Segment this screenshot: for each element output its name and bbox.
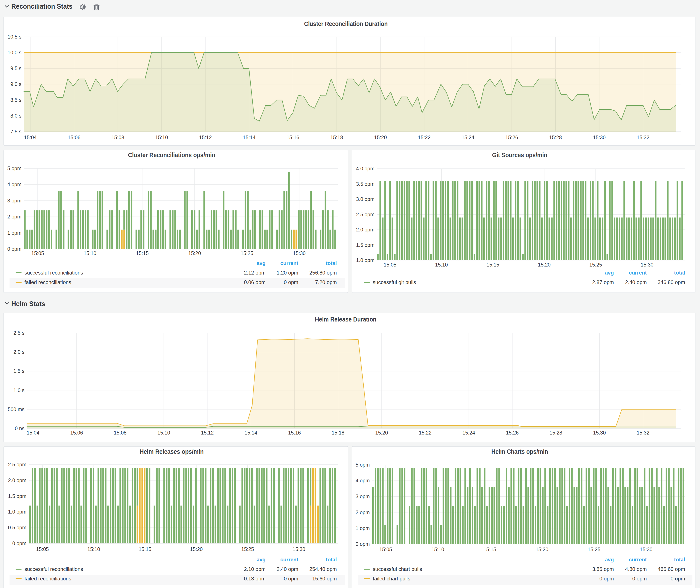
svg-text:15:05: 15:05 bbox=[379, 547, 392, 552]
svg-text:500 ms: 500 ms bbox=[8, 407, 24, 412]
svg-text:1.20 opm: 1.20 opm bbox=[277, 270, 298, 276]
svg-text:2.87 opm: 2.87 opm bbox=[592, 279, 614, 285]
svg-text:15:04: 15:04 bbox=[24, 135, 37, 140]
svg-text:1.0 opm: 1.0 opm bbox=[8, 509, 26, 515]
svg-text:15:20: 15:20 bbox=[190, 546, 203, 552]
svg-text:15:18: 15:18 bbox=[330, 135, 343, 140]
svg-text:1.0 opm: 1.0 opm bbox=[356, 257, 374, 263]
svg-text:2 opm: 2 opm bbox=[7, 214, 21, 220]
svg-text:4.80 opm: 4.80 opm bbox=[625, 566, 647, 572]
svg-text:Cluster Reconciliations ops/mi: Cluster Reconciliations ops/min bbox=[128, 151, 215, 158]
svg-text:4 opm: 4 opm bbox=[356, 478, 370, 483]
svg-text:total: total bbox=[674, 270, 685, 276]
svg-text:15:16: 15:16 bbox=[288, 430, 301, 436]
svg-text:2.5 opm: 2.5 opm bbox=[8, 462, 26, 467]
svg-text:7.5 s: 7.5 s bbox=[10, 129, 21, 134]
svg-text:avg: avg bbox=[605, 270, 614, 276]
svg-text:failed chart pulls: failed chart pulls bbox=[373, 576, 410, 582]
svg-text:2.5 s: 2.5 s bbox=[13, 330, 24, 336]
svg-text:15:15: 15:15 bbox=[136, 250, 149, 256]
svg-text:2.40 opm: 2.40 opm bbox=[625, 279, 647, 285]
svg-text:15:08: 15:08 bbox=[114, 430, 127, 436]
svg-text:15:22: 15:22 bbox=[419, 430, 432, 436]
svg-text:8.0 s: 8.0 s bbox=[10, 113, 21, 119]
svg-text:0 opm: 0 opm bbox=[7, 246, 21, 252]
svg-text:8.5 s: 8.5 s bbox=[10, 97, 21, 103]
svg-text:5 opm: 5 opm bbox=[356, 462, 370, 468]
svg-text:15:20: 15:20 bbox=[375, 430, 388, 436]
svg-text:failed reconciliations: failed reconciliations bbox=[24, 576, 71, 582]
svg-text:15:06: 15:06 bbox=[70, 430, 83, 436]
svg-text:15:05: 15:05 bbox=[31, 250, 44, 256]
svg-text:Helm Stats: Helm Stats bbox=[11, 300, 45, 308]
svg-text:2.10 opm: 2.10 opm bbox=[244, 566, 266, 572]
svg-text:0 ns: 0 ns bbox=[15, 426, 24, 431]
svg-text:current: current bbox=[629, 557, 647, 562]
svg-text:15.60 opm: 15.60 opm bbox=[312, 576, 337, 582]
svg-text:10.0 s: 10.0 s bbox=[8, 50, 21, 55]
svg-text:0.13 opm: 0.13 opm bbox=[244, 576, 266, 582]
svg-text:1 opm: 1 opm bbox=[356, 525, 370, 531]
svg-text:10.5 s: 10.5 s bbox=[8, 34, 21, 40]
svg-text:2.0 opm: 2.0 opm bbox=[356, 227, 374, 233]
svg-text:1.5 s: 1.5 s bbox=[13, 368, 24, 374]
svg-text:0.06 opm: 0.06 opm bbox=[244, 279, 266, 285]
svg-text:3 opm: 3 opm bbox=[7, 198, 21, 204]
svg-text:15:15: 15:15 bbox=[487, 262, 499, 268]
svg-text:15:04: 15:04 bbox=[27, 430, 39, 436]
svg-text:15:20: 15:20 bbox=[535, 547, 548, 552]
svg-text:Git Sources ops/min: Git Sources ops/min bbox=[492, 151, 547, 158]
svg-text:avg: avg bbox=[257, 557, 266, 562]
svg-text:1 opm: 1 opm bbox=[7, 230, 21, 236]
svg-text:5 opm: 5 opm bbox=[7, 166, 21, 171]
svg-text:15:05: 15:05 bbox=[36, 546, 49, 552]
svg-text:successful reconciliations: successful reconciliations bbox=[24, 270, 83, 276]
svg-text:15:28: 15:28 bbox=[550, 430, 562, 436]
svg-text:failed reconciliations: failed reconciliations bbox=[24, 279, 71, 285]
svg-text:15:18: 15:18 bbox=[332, 430, 344, 436]
svg-text:current: current bbox=[280, 260, 298, 266]
svg-text:2.12 opm: 2.12 opm bbox=[244, 270, 266, 276]
svg-text:1.5 opm: 1.5 opm bbox=[356, 242, 374, 248]
svg-text:15:30: 15:30 bbox=[640, 547, 653, 552]
svg-text:15:25: 15:25 bbox=[240, 250, 253, 256]
svg-text:2.40 opm: 2.40 opm bbox=[277, 566, 298, 572]
svg-text:total: total bbox=[326, 557, 337, 562]
svg-text:15:25: 15:25 bbox=[589, 262, 602, 268]
svg-text:0 opm: 0 opm bbox=[284, 279, 298, 285]
svg-text:15:25: 15:25 bbox=[588, 547, 600, 552]
svg-text:15:30: 15:30 bbox=[293, 546, 305, 552]
svg-text:15:10: 15:10 bbox=[87, 546, 100, 552]
svg-text:current: current bbox=[280, 557, 298, 562]
svg-text:avg: avg bbox=[257, 260, 266, 266]
svg-text:2.0 s: 2.0 s bbox=[13, 349, 24, 355]
svg-text:15:20: 15:20 bbox=[538, 262, 551, 268]
svg-text:15:10: 15:10 bbox=[84, 250, 96, 256]
svg-text:15:30: 15:30 bbox=[593, 135, 606, 140]
svg-text:Helm Release Duration: Helm Release Duration bbox=[315, 316, 376, 323]
svg-text:successful git pulls: successful git pulls bbox=[373, 279, 416, 285]
svg-text:346.80 opm: 346.80 opm bbox=[658, 279, 685, 285]
svg-text:0 opm: 0 opm bbox=[599, 576, 614, 582]
svg-text:15:30: 15:30 bbox=[593, 430, 606, 436]
svg-text:9.5 s: 9.5 s bbox=[10, 66, 21, 71]
svg-text:avg: avg bbox=[605, 557, 614, 562]
svg-text:465.60 opm: 465.60 opm bbox=[658, 566, 685, 572]
svg-text:1.0 s: 1.0 s bbox=[13, 388, 24, 393]
svg-text:15:12: 15:12 bbox=[201, 430, 214, 436]
svg-text:15:10: 15:10 bbox=[435, 262, 448, 268]
svg-text:9.0 s: 9.0 s bbox=[10, 81, 21, 87]
svg-text:0 opm: 0 opm bbox=[356, 541, 370, 547]
svg-text:current: current bbox=[629, 270, 647, 276]
svg-text:Helm Charts ops/min: Helm Charts ops/min bbox=[491, 448, 548, 455]
svg-text:successful reconciliations: successful reconciliations bbox=[24, 566, 83, 572]
svg-text:15:14: 15:14 bbox=[245, 430, 257, 436]
svg-text:0 opm: 0 opm bbox=[632, 576, 647, 582]
svg-text:15:26: 15:26 bbox=[505, 135, 518, 140]
svg-text:0 opm: 0 opm bbox=[12, 541, 26, 546]
svg-text:256.80 opm: 256.80 opm bbox=[309, 270, 337, 276]
svg-text:1.5 opm: 1.5 opm bbox=[8, 493, 26, 499]
svg-text:15:16: 15:16 bbox=[287, 135, 299, 140]
svg-text:254.40 opm: 254.40 opm bbox=[309, 566, 337, 572]
svg-text:15:08: 15:08 bbox=[111, 135, 124, 140]
